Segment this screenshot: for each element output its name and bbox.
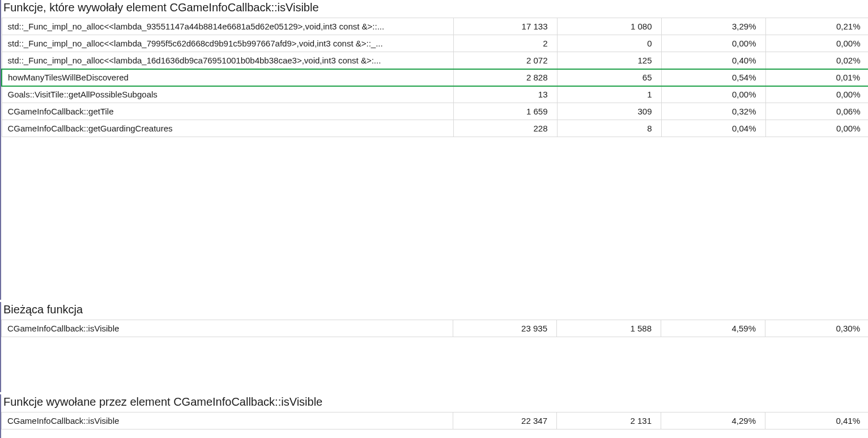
metric-cell-4: 0,21%	[765, 18, 868, 35]
current-header: Bieżąca funkcja	[1, 302, 868, 320]
function-name-cell[interactable]: CGameInfoCallback::getGuardingCreatures	[2, 120, 453, 137]
callees-section: Funkcje wywołane przez element CGameInfo…	[0, 394, 868, 438]
metric-cell-4: 0,00%	[765, 86, 868, 103]
callers-section: Funkcje, które wywołały element CGameInf…	[0, 0, 868, 300]
metric-cell-3: 0,00%	[661, 35, 765, 52]
metric-cell-2: 0	[557, 35, 661, 52]
metric-cell-4: 0,01%	[765, 69, 868, 86]
metric-cell-1: 228	[453, 120, 557, 137]
caller-row[interactable]: CGameInfoCallback::getGuardingCreatures2…	[2, 120, 868, 137]
metric-cell-3: 0,32%	[661, 103, 765, 120]
metric-cell-4: 0,06%	[765, 103, 868, 120]
metric-cell-3: 4,59%	[661, 320, 765, 337]
function-name-cell[interactable]: std::_Func_impl_no_alloc<<lambda_9355114…	[2, 18, 453, 35]
caller-row[interactable]: std::_Func_impl_no_alloc<<lambda_7995f5c…	[2, 35, 868, 52]
function-name-cell[interactable]: CGameInfoCallback::isVisible	[2, 413, 453, 430]
caller-row[interactable]: Goals::VisitTile::getAllPossibleSubgoals…	[2, 86, 868, 103]
current-table: CGameInfoCallback::isVisible23 9351 5884…	[1, 320, 868, 337]
metric-cell-3: 0,00%	[661, 86, 765, 103]
metric-cell-1: 2 828	[453, 69, 557, 86]
callee-row[interactable]: CGameInfoCallback::isVisible22 3472 1314…	[2, 413, 869, 430]
metric-cell-2: 8	[557, 120, 661, 137]
metric-cell-3: 0,40%	[661, 52, 765, 69]
metric-cell-1: 17 133	[453, 18, 557, 35]
caller-row[interactable]: std::_Func_impl_no_alloc<<lambda_9355114…	[2, 18, 868, 35]
metric-cell-2: 65	[557, 69, 661, 86]
metric-cell-3: 4,29%	[661, 413, 765, 430]
callers-header: Funkcje, które wywołały element CGameInf…	[1, 0, 868, 18]
metric-cell-2: 1	[557, 86, 661, 103]
metric-cell-4: 0,41%	[765, 413, 869, 430]
caller-row[interactable]: std::_Func_impl_no_alloc<<lambda_16d1636…	[2, 52, 868, 69]
metric-cell-1: 13	[453, 86, 557, 103]
metric-cell-4: 0,02%	[765, 52, 868, 69]
caller-row[interactable]: CGameInfoCallback::getTile1 6593090,32%0…	[2, 103, 868, 120]
metric-cell-4: 0,30%	[765, 320, 869, 337]
current-section: Bieżąca funkcja CGameInfoCallback::isVis…	[0, 302, 868, 392]
function-name-cell[interactable]: Goals::VisitTile::getAllPossibleSubgoals	[2, 86, 453, 103]
current-row[interactable]: CGameInfoCallback::isVisible23 9351 5884…	[2, 320, 869, 337]
callees-header: Funkcje wywołane przez element CGameInfo…	[1, 394, 868, 412]
function-name-cell[interactable]: CGameInfoCallback::isVisible	[2, 320, 453, 337]
metric-cell-1: 2	[453, 35, 557, 52]
metric-cell-3: 0,04%	[661, 120, 765, 137]
metric-cell-3: 0,54%	[661, 69, 765, 86]
metric-cell-1: 22 347	[453, 413, 557, 430]
function-name-cell[interactable]: std::_Func_impl_no_alloc<<lambda_7995f5c…	[2, 35, 453, 52]
callers-table: std::_Func_impl_no_alloc<<lambda_9355114…	[1, 18, 868, 137]
function-name-cell[interactable]: std::_Func_impl_no_alloc<<lambda_16d1636…	[2, 52, 453, 69]
function-name-cell[interactable]: howManyTilesWillBeDiscovered	[2, 69, 453, 86]
metric-cell-2: 1 588	[557, 320, 661, 337]
caller-row[interactable]: howManyTilesWillBeDiscovered2 828650,54%…	[2, 69, 868, 86]
metric-cell-2: 2 131	[557, 413, 661, 430]
function-name-cell[interactable]: CGameInfoCallback::getTile	[2, 103, 453, 120]
metric-cell-1: 2 072	[453, 52, 557, 69]
callees-table: CGameInfoCallback::isVisible22 3472 1314…	[1, 412, 868, 430]
metric-cell-2: 309	[557, 103, 661, 120]
metric-cell-2: 125	[557, 52, 661, 69]
metric-cell-3: 3,29%	[661, 18, 765, 35]
metric-cell-2: 1 080	[557, 18, 661, 35]
metric-cell-4: 0,00%	[765, 35, 868, 52]
metric-cell-1: 23 935	[453, 320, 557, 337]
metric-cell-4: 0,00%	[765, 120, 868, 137]
metric-cell-1: 1 659	[453, 103, 557, 120]
